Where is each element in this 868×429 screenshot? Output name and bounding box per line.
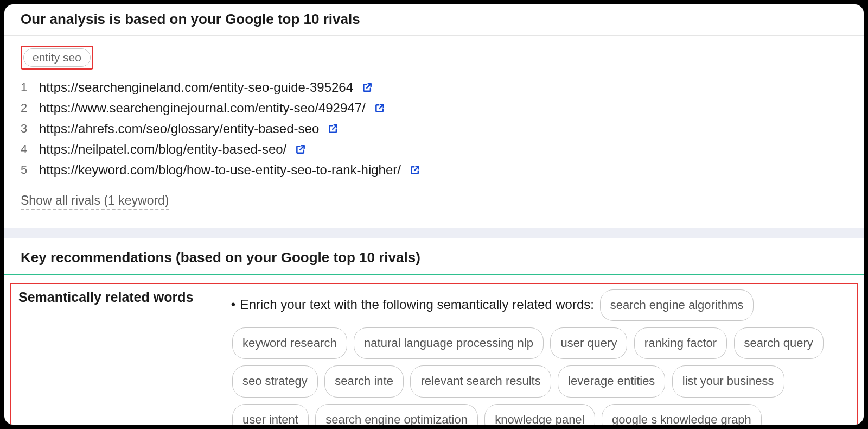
related-word-pill[interactable]: user query [550,327,627,359]
related-word-pill[interactable]: seo strategy [232,365,318,397]
keyword-highlight-box: entity seo [21,46,93,70]
related-word-pill[interactable]: search query [734,327,824,359]
rival-number: 1 [21,80,30,94]
related-word-pill[interactable]: ranking factor [634,327,727,359]
rival-number: 4 [21,142,30,156]
section-divider [4,228,864,238]
related-word-pill[interactable]: list your business [672,365,784,397]
rival-list: 1https://searchengineland.com/entity-seo… [21,77,847,180]
related-word-pill[interactable]: user intent [232,404,309,425]
rival-url[interactable]: https://searchengineland.com/entity-seo-… [39,80,353,95]
external-link-icon[interactable] [374,103,385,113]
recommendation-lead-text: • Enrich your text with the following se… [230,297,598,312]
rivals-body: entity seo 1https://searchengineland.com… [4,36,864,228]
related-word-pill[interactable]: natural language processing nlp [354,327,544,359]
external-link-icon[interactable] [328,123,339,134]
rival-number: 5 [21,163,30,177]
related-word-pill[interactable]: google s knowledge graph [602,404,762,425]
show-all-rivals-link[interactable]: Show all rivals (1 keyword) [21,193,169,210]
related-word-pill[interactable]: leverage entities [558,365,665,397]
rival-number: 3 [21,122,30,136]
related-word-pill[interactable]: search inte [324,365,404,397]
external-link-icon[interactable] [295,144,306,155]
rival-row: 4https://neilpatel.com/blog/entity-based… [21,139,847,160]
recommendations-highlight-box: Semantically related words • Enrich your… [10,283,858,425]
rival-number: 2 [21,101,30,115]
related-word-pill[interactable]: search engine optimization [315,404,478,425]
rival-url[interactable]: https://www.searchenginejournal.com/enti… [39,100,366,116]
related-word-pill[interactable]: knowledge panel [484,404,595,425]
semantically-related-heading: Semantically related words [18,289,203,305]
rival-row: 5https://keyword.com/blog/how-to-use-ent… [21,160,847,180]
key-recommendations-title: Key recommendations (based on your Googl… [4,238,864,275]
analysis-title: Our analysis is based on your Google top… [4,4,864,36]
related-word-pill[interactable]: search engine algorithms [600,289,754,321]
recommendation-lead-inner: Enrich your text with the following sema… [240,297,594,312]
related-word-pill[interactable]: keyword research [232,327,347,359]
related-words-container: • Enrich your text with the following se… [230,289,850,425]
related-word-pill[interactable]: relevant search results [410,365,551,397]
rival-url[interactable]: https://neilpatel.com/blog/entity-based-… [39,142,286,157]
rival-row: 1https://searchengineland.com/entity-seo… [21,77,847,98]
rival-row: 2https://www.searchenginejournal.com/ent… [21,98,847,118]
rival-url[interactable]: https://keyword.com/blog/how-to-use-enti… [39,162,401,178]
external-link-icon[interactable] [362,82,373,93]
external-link-icon[interactable] [410,165,420,175]
rival-url[interactable]: https://ahrefs.com/seo/glossary/entity-b… [39,121,319,136]
rival-row: 3https://ahrefs.com/seo/glossary/entity-… [21,118,847,139]
keyword-pill[interactable]: entity seo [23,48,91,67]
